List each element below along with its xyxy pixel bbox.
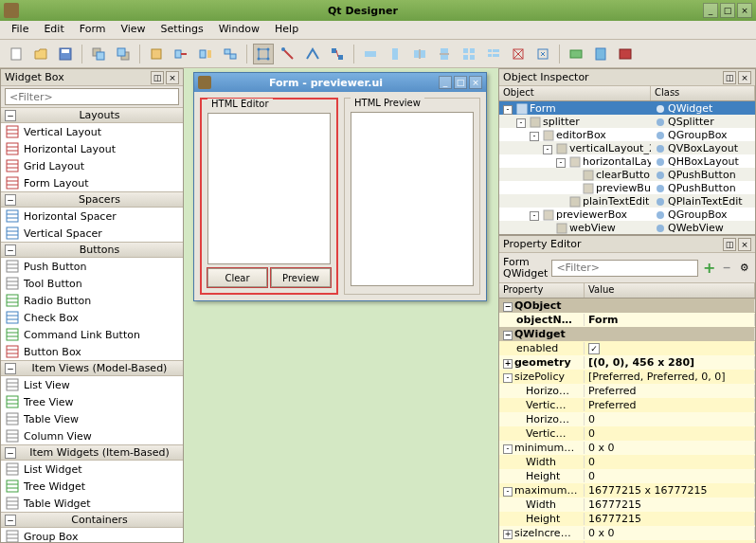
property-value[interactable]: [(0, 0), 456 x 280] [588,356,694,369]
property-filter[interactable] [551,260,698,277]
dock-icon[interactable]: ◫ [723,238,736,251]
widget-item[interactable]: Tool Button [1,275,183,292]
layout-vsplit-icon[interactable] [434,44,455,64]
expand-icon[interactable]: + [503,530,513,539]
config-icon[interactable]: ⚙ [737,260,751,277]
expand-icon[interactable]: - [556,158,566,168]
inspector-tree[interactable]: -FormQWidget-splitterQSplitter-editorBox… [499,101,755,234]
save-icon[interactable] [55,44,76,64]
collapse-icon[interactable]: − [503,331,513,340]
expand-icon[interactable]: - [516,118,526,128]
widget-group-header[interactable]: −Item Views (Model-Based) [1,360,183,376]
inspector-row[interactable]: -FormQWidget [499,101,755,115]
form-window[interactable]: Form - previewer.ui _ □ × HTML Editor Cl… [193,72,487,301]
widget-box-filter[interactable] [5,88,179,105]
property-col-name[interactable]: Property [499,283,585,298]
layout-grid-icon[interactable] [459,44,479,64]
tab-mode-icon[interactable] [327,44,348,64]
expand-icon[interactable]: - [543,145,552,154]
inspector-row[interactable]: clearButtonQPushButton [499,168,755,181]
layout-h-icon[interactable] [360,44,381,64]
property-row[interactable]: +sizeIncre…0 x 0 [499,526,755,540]
collapse-icon[interactable]: − [5,515,16,526]
collapse-icon[interactable]: − [5,244,16,256]
property-value[interactable]: Preferred [588,399,637,411]
widget-item[interactable]: Vertical Spacer [1,225,183,242]
edit-signals-icon[interactable] [171,44,191,64]
property-row[interactable]: enabled✓ [499,341,755,355]
property-value[interactable]: 16777215 [588,498,641,511]
dock-icon[interactable]: ◫ [723,71,736,84]
widget-item[interactable]: Horizontal Spacer [1,208,183,225]
add-property-icon[interactable]: + [702,260,716,277]
expand-icon[interactable]: - [530,132,539,141]
dock-icon[interactable]: ◫ [151,71,164,84]
widget-group-header[interactable]: −Buttons [1,242,183,258]
signal-mode-icon[interactable] [278,44,298,64]
collapse-icon[interactable]: − [5,447,16,459]
break-layout-icon[interactable] [508,44,529,64]
widget-item[interactable]: Group Box [1,528,183,542]
open-icon[interactable] [30,44,51,64]
inspector-row[interactable]: -horizontalLayoutQHBoxLayout [499,154,755,168]
menu-help[interactable]: Help [267,21,306,39]
property-row[interactable]: −QWidget [499,327,755,341]
property-value[interactable]: 0 [588,456,595,468]
widget-item[interactable]: Tree View [1,393,183,410]
property-value[interactable]: 16777215 [588,513,641,525]
form-close-button[interactable]: × [469,76,482,89]
property-row[interactable]: Width16777215 [499,498,755,512]
property-row[interactable]: Vertic…0 [499,426,755,441]
property-value[interactable]: 0 [588,427,595,440]
collapse-icon[interactable]: − [5,363,16,374]
new-icon[interactable] [6,44,27,64]
menu-file[interactable]: File [4,21,36,39]
form-minimize-button[interactable]: _ [439,76,452,89]
adjust-size-icon[interactable] [532,44,553,64]
action-icon[interactable] [590,44,611,64]
minimize-button[interactable]: _ [703,3,718,18]
widget-item[interactable]: Form Layout [1,174,183,191]
close-button[interactable]: × [737,3,752,18]
close-icon[interactable]: × [166,71,179,84]
property-value[interactable]: ✓ [588,342,600,354]
inspector-row[interactable]: -previewerBoxQGroupBox [499,208,755,221]
expand-icon[interactable]: - [503,444,513,454]
menu-window[interactable]: Window [211,21,267,39]
bring-front-icon[interactable] [113,44,134,64]
inspector-col-class[interactable]: Class [651,86,755,100]
property-row[interactable]: objectN…Form [499,313,755,327]
property-table[interactable]: −QObjectobjectN…Form−QWidgetenabled✓+geo… [499,299,755,543]
property-value[interactable]: [Preferred, Preferred, 0, 0] [588,371,726,383]
form-body[interactable]: HTML Editor Clear Preview HTML Preview [194,92,486,300]
property-row[interactable]: Width0 [499,455,755,469]
property-row[interactable]: +geometry[(0, 0), 456 x 280] [499,355,755,370]
inspector-row[interactable]: -verticalLayout_2QVBoxLayout [499,141,755,154]
collapse-icon[interactable]: − [5,194,16,206]
inspector-row[interactable]: -splitterQSplitter [499,115,755,128]
property-col-value[interactable]: Value [585,283,755,298]
menu-settings[interactable]: Settings [153,21,211,39]
property-value[interactable]: Preferred [588,385,637,397]
property-value[interactable]: 0 [588,470,595,482]
property-row[interactable]: Vertic…Preferred [499,398,755,412]
design-area[interactable]: Form - previewer.ui _ □ × HTML Editor Cl… [184,68,498,543]
inspector-row[interactable]: plainTextEditQPlainTextEdit [499,194,755,208]
menu-edit[interactable]: Edit [36,21,71,39]
html-preview-groupbox[interactable]: HTML Preview [344,98,480,295]
collapse-icon[interactable]: − [503,302,513,312]
edit-mode-icon[interactable] [253,44,274,64]
layout-hsplit-icon[interactable] [409,44,430,64]
widget-item[interactable]: Push Button [1,258,183,275]
form-maximize-button[interactable]: □ [454,76,467,89]
widget-item[interactable]: Horizontal Layout [1,140,183,157]
edit-buddies-icon[interactable] [195,44,216,64]
layout-v-icon[interactable] [385,44,405,64]
widget-group-header[interactable]: −Spacers [1,191,183,208]
property-value[interactable]: Form [588,314,619,326]
close-icon[interactable]: × [738,71,751,84]
maximize-button[interactable]: □ [720,3,735,18]
plain-text-edit[interactable] [207,113,331,264]
inspector-row[interactable]: webViewQWebView [499,221,755,234]
widget-group-header[interactable]: −Layouts [1,107,183,123]
